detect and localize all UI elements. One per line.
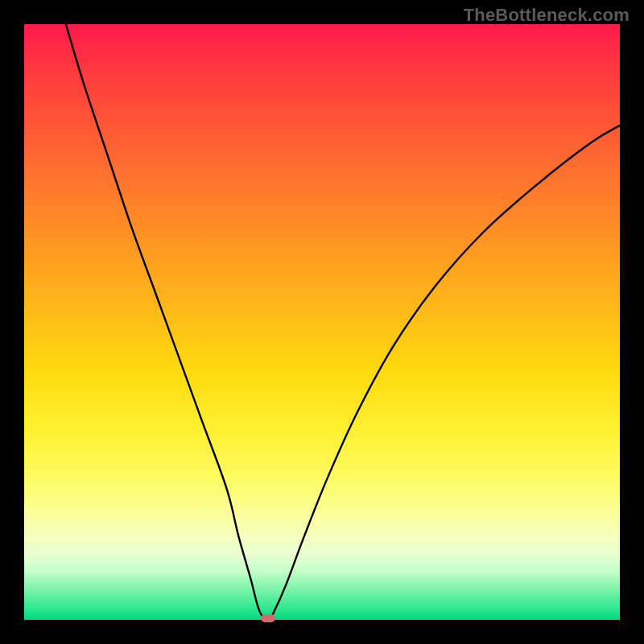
bottleneck-curve [24,24,620,620]
minimum-marker [261,614,275,622]
watermark-text: TheBottleneck.com [464,5,630,26]
